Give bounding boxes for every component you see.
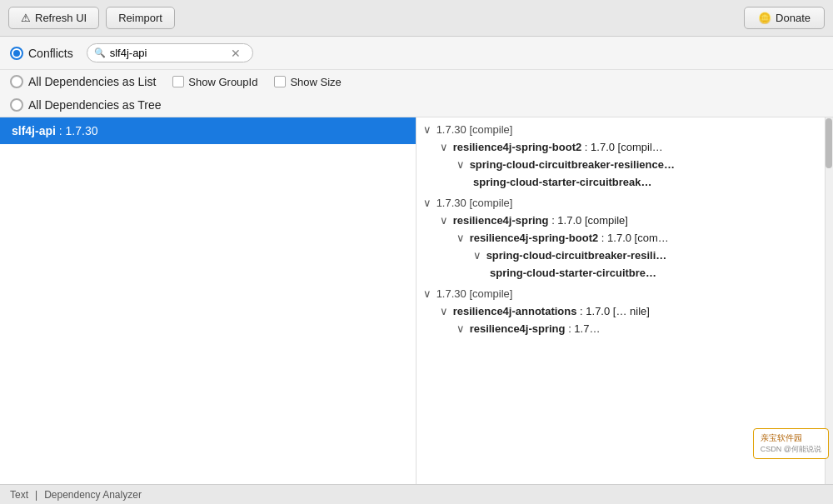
chevron-icon: ∨ xyxy=(423,123,431,136)
tree-version-2: ∨ 1.7.30 [compile] xyxy=(416,194,833,212)
filter-area: Conflicts 🔍 ✕ All Dependencies as List S… xyxy=(0,37,833,117)
all-deps-list-label: All Dependencies as List xyxy=(28,75,156,88)
tree-dep-2-1-1-1-1: spring-cloud-starter-circuitbre… xyxy=(416,264,833,282)
status-tool-name: Dependency Analyzer xyxy=(44,489,142,501)
filter-row-conflicts: Conflicts 🔍 ✕ xyxy=(0,37,833,70)
all-deps-list-radio[interactable] xyxy=(10,75,23,88)
tree-dep-3-1-1: ∨ resilience4j-spring : 1.7… xyxy=(416,320,833,337)
chevron-icon: ∨ xyxy=(456,158,465,171)
right-panel[interactable]: ∨ 1.7.30 [compile] ∨ resilience4j-spring… xyxy=(416,117,833,484)
donate-label: Donate xyxy=(776,12,811,24)
show-size-label: Show Size xyxy=(290,76,341,88)
chevron-icon: ∨ xyxy=(440,214,448,227)
status-bar: Text | Dependency Analyzer xyxy=(0,484,833,504)
donate-button[interactable]: 🪙 Donate xyxy=(744,7,825,29)
chevron-icon: ∨ xyxy=(456,232,465,244)
item-name: slf4j-api xyxy=(12,124,56,137)
conflicts-option[interactable]: Conflicts xyxy=(10,47,73,60)
left-panel: slf4j-api : 1.7.30 xyxy=(0,117,416,484)
watermark: 亲宝软件园 CSDN @何能说说 xyxy=(753,428,829,459)
tree-dep-2-1: ∨ resilience4j-spring : 1.7.0 [compile] xyxy=(416,212,833,229)
all-deps-list-option[interactable]: All Dependencies as List xyxy=(10,75,156,88)
show-groupid-option[interactable]: Show GroupId xyxy=(172,76,257,88)
show-groupid-label: Show GroupId xyxy=(188,76,257,88)
chevron-icon: ∨ xyxy=(423,197,431,209)
status-separator: | xyxy=(35,489,37,501)
status-tool-label: Text xyxy=(10,489,28,501)
tree-dep-3-1: ∨ resilience4j-annotations : 1.7.0 [… ni… xyxy=(416,302,833,320)
tree-dep-1-1: ∨ resilience4j-spring-boot2 : 1.7.0 [com… xyxy=(416,138,833,156)
scrollbar-thumb[interactable] xyxy=(826,118,832,168)
conflicts-radio[interactable] xyxy=(10,47,23,60)
chevron-icon: ∨ xyxy=(440,305,448,317)
toolbar-left: ⚠ Refresh UI Reimport xyxy=(8,7,737,29)
main-content: slf4j-api : 1.7.30 ∨ 1.7.30 [compile] ∨ … xyxy=(0,117,833,484)
search-box: 🔍 ✕ xyxy=(87,43,253,62)
filter-row-tree: All Dependencies as Tree xyxy=(0,93,833,117)
donate-icon: 🪙 xyxy=(758,12,771,24)
all-deps-tree-label: All Dependencies as Tree xyxy=(28,98,162,112)
tree-dep-2-1-1: ∨ resilience4j-spring-boot2 : 1.7.0 [com… xyxy=(416,229,833,247)
toolbar: ⚠ Refresh UI Reimport 🪙 Donate xyxy=(0,0,833,37)
show-size-option[interactable]: Show Size xyxy=(274,76,341,88)
tree-version-3: ∨ 1.7.30 [compile] xyxy=(416,285,833,302)
refresh-ui-button[interactable]: ⚠ Refresh UI xyxy=(8,7,99,29)
tree-dep-1-1-1-1: spring-cloud-starter-circuitbreak… xyxy=(416,173,833,191)
item-version: : 1.7.30 xyxy=(59,124,98,137)
tree-dep-2-1-1-1: ∨ spring-cloud-circuitbreaker-resili… xyxy=(416,247,833,264)
warning-icon: ⚠ xyxy=(21,12,31,24)
show-groupid-checkbox[interactable] xyxy=(172,76,184,87)
conflicts-label: Conflicts xyxy=(28,47,73,60)
chevron-icon: ∨ xyxy=(440,141,448,153)
reimport-label: Reimport xyxy=(118,12,162,24)
tree-version-1: ∨ 1.7.30 [compile] xyxy=(416,121,833,138)
show-size-checkbox[interactable] xyxy=(274,76,286,87)
clear-search-button[interactable]: ✕ xyxy=(231,47,241,59)
filter-row-list: All Dependencies as List Show GroupId Sh… xyxy=(0,70,833,93)
all-deps-tree-option[interactable]: All Dependencies as Tree xyxy=(10,98,162,112)
reimport-button[interactable]: Reimport xyxy=(106,7,175,29)
all-deps-tree-radio[interactable] xyxy=(10,98,23,112)
tree-dep-1-1-1: ∨ spring-cloud-circuitbreaker-resilience… xyxy=(416,156,833,173)
search-input[interactable] xyxy=(110,47,227,59)
list-item[interactable]: slf4j-api : 1.7.30 xyxy=(0,117,416,144)
chevron-icon: ∨ xyxy=(456,322,465,335)
search-icon: 🔍 xyxy=(94,47,106,58)
chevron-icon: ∨ xyxy=(423,287,431,300)
chevron-icon: ∨ xyxy=(473,249,481,262)
refresh-label: Refresh UI xyxy=(35,12,87,24)
